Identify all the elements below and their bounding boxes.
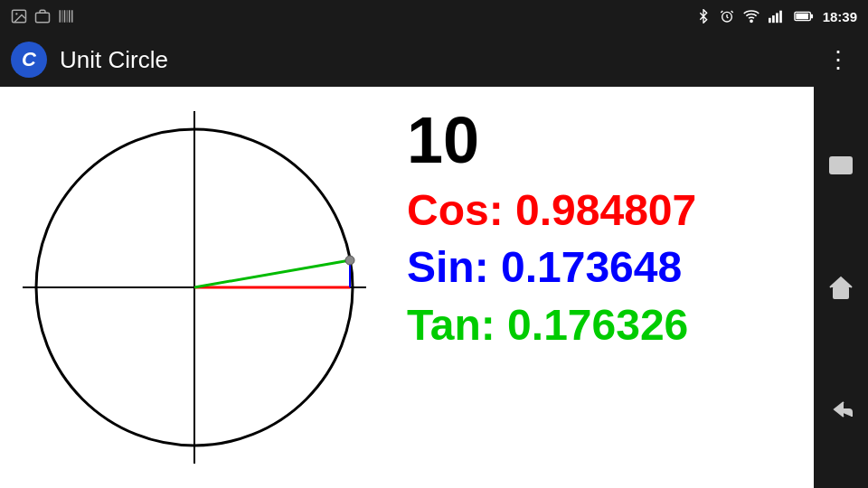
barcode-icon [58,8,74,24]
briefcase-icon [34,8,51,24]
svg-rect-4 [62,10,63,23]
svg-point-24 [345,256,354,265]
cos-label: Cos: [407,186,504,234]
notification-icons [11,8,687,24]
svg-rect-6 [67,10,68,23]
logo-letter: C [22,48,36,71]
bluetooth-icon [696,9,711,23]
sin-display: Sin: 0.173648 [407,242,799,292]
svg-rect-12 [772,15,775,23]
svg-point-10 [750,20,752,22]
back-button[interactable] [821,389,861,429]
circle-area[interactable] [0,87,389,488]
cos-display: Cos: 0.984807 [407,185,799,235]
svg-rect-7 [69,10,71,23]
signal-icon [769,9,785,23]
gallery-icon [11,8,27,24]
svg-point-1 [15,13,17,14]
svg-rect-16 [810,14,813,19]
status-bar: 18:39 [0,0,868,33]
cos-value: 0.984807 [515,186,696,234]
svg-rect-2 [36,13,50,23]
home-button[interactable] [821,267,861,307]
wifi-icon [743,9,760,23]
app-bar: C Unit Circle ⋮ [0,33,868,87]
battery-icon [794,10,814,23]
angle-value: 10 [407,105,799,176]
svg-rect-8 [71,10,73,23]
svg-line-22 [194,260,350,287]
recent-apps-button[interactable] [821,145,861,185]
alarm-icon [720,9,734,23]
svg-rect-27 [837,291,844,298]
tan-value: 0.176326 [507,301,688,349]
svg-rect-3 [60,10,61,23]
unit-circle-svg [5,93,384,482]
tan-label: Tan: [407,301,495,349]
svg-rect-25 [830,157,852,174]
overflow-menu-button[interactable]: ⋮ [819,42,857,78]
svg-rect-5 [64,10,66,23]
svg-rect-14 [779,11,782,23]
main-content: 10 Cos: 0.984807 Sin: 0.173648 Tan: 0.17… [0,87,814,488]
status-time: 18:39 [823,9,857,24]
svg-rect-17 [796,14,808,19]
svg-rect-11 [769,18,771,23]
right-panel: 10 Cos: 0.984807 Sin: 0.173648 Tan: 0.17… [389,87,814,488]
sin-value: 0.173648 [501,243,682,291]
app-title: Unit Circle [60,46,807,74]
side-buttons [814,87,868,488]
app-logo: C [11,42,47,78]
sin-label: Sin: [407,243,489,291]
tan-display: Tan: 0.176326 [407,300,799,350]
svg-rect-13 [776,13,778,23]
